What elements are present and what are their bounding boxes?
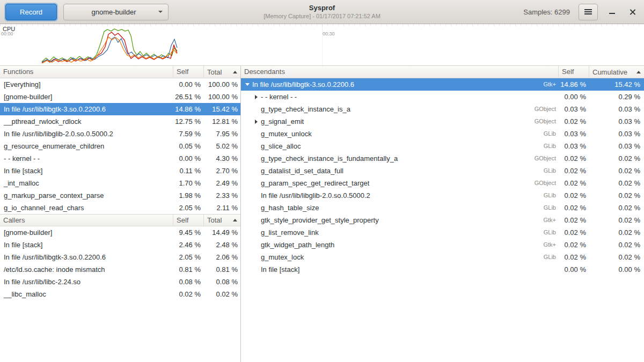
column-header-total[interactable]: Total (203, 66, 240, 78)
table-row[interactable]: g_resource_enumerate_children0.05 %5.02 … (0, 140, 240, 152)
self-percent: 0.00 % (558, 263, 589, 276)
self-percent: 0.08 % (173, 276, 203, 288)
expander-open-icon[interactable] (244, 83, 251, 86)
self-percent: 14.86 % (173, 103, 203, 115)
record-button[interactable]: Record (5, 4, 57, 20)
function-name: /etc/ld.so.cache: inode mismatch (0, 263, 173, 276)
tree-row[interactable]: g_signal_emitGObject0.02 %0.03 % (241, 115, 644, 128)
category-label: GLib (488, 165, 558, 177)
sort-ascending-icon (636, 71, 641, 73)
close-button[interactable] (626, 5, 639, 18)
descendants-table-header: Descendants Self Cumulative (241, 66, 644, 78)
table-row[interactable]: __pthread_rwlock_rdlock12.75 %12.81 % (0, 115, 240, 128)
table-row[interactable]: __libc_malloc0.02 %0.02 % (0, 288, 240, 300)
function-name: In file [stack] (0, 239, 173, 251)
self-percent: 0.03 % (558, 128, 589, 140)
functions-table-header: Functions Self Total (0, 66, 240, 78)
descendant-name-cell: - - kernel - - (241, 91, 488, 103)
tree-row[interactable]: In file /usr/lib/libgtk-3.so.0.2200.6Gtk… (241, 78, 644, 91)
tree-row[interactable]: In file /usr/lib/libglib-2.0.so.0.5000.2… (241, 189, 644, 202)
total-percent: 2.49 % (203, 177, 240, 189)
column-header-cumulative[interactable]: Cumulative (589, 66, 644, 78)
column-header-self[interactable]: Self (558, 66, 589, 78)
table-row[interactable]: In file [stack]0.11 %2.70 % (0, 165, 240, 177)
table-row[interactable]: In file /usr/lib/libgtk-3.so.0.2200.614.… (0, 103, 240, 115)
menu-button[interactable] (579, 4, 598, 20)
column-header-callers[interactable]: Callers (0, 215, 173, 226)
column-header-functions[interactable]: Functions (0, 66, 173, 78)
tree-row[interactable]: g_param_spec_get_redirect_targetGObject0… (241, 177, 644, 189)
table-row[interactable]: In file [stack]2.46 %2.48 % (0, 239, 240, 251)
column-header-descendants[interactable]: Descendants (241, 66, 558, 78)
function-name: __pthread_rwlock_rdlock (0, 115, 173, 128)
tree-row[interactable]: g_list_remove_linkGLib0.02 %0.02 % (241, 226, 644, 239)
total-percent: 7.95 % (203, 128, 240, 140)
sysprof-window: Record gnome-builder Sysprof [Memory Cap… (0, 0, 644, 362)
cpu-line-orange (42, 37, 177, 63)
total-percent: 2.70 % (203, 165, 240, 177)
total-percent: 15.42 % (203, 103, 240, 115)
descendant-name: g_type_check_instance_is_fundamentally_a (261, 152, 398, 165)
self-percent: 0.05 % (173, 140, 203, 152)
tree-row[interactable]: g_mutex_lockGLib0.02 %0.02 % (241, 251, 644, 263)
self-percent: 7.59 % (173, 128, 203, 140)
table-row[interactable]: - - kernel - -0.00 %4.30 % (0, 152, 240, 165)
cpu-graph[interactable]: CPU 00:00 00:30 (0, 24, 644, 65)
cumulative-percent: 0.03 % (589, 140, 644, 152)
self-percent: 0.02 % (558, 152, 589, 165)
cumulative-percent: 0.02 % (589, 226, 644, 239)
self-percent: 14.86 % (558, 78, 589, 91)
category-label: Gtk+ (488, 214, 558, 226)
table-row[interactable]: g_markup_parse_context_parse1.98 %2.33 % (0, 189, 240, 202)
table-row[interactable]: [gnome-builder]26.51 %100.00 % (0, 91, 240, 103)
descendant-name-cell: gtk_style_provider_get_style_property (241, 214, 488, 226)
table-row[interactable]: In file /usr/lib/libc-2.24.so0.08 %0.08 … (0, 276, 240, 288)
tree-row[interactable]: g_type_check_instance_is_aGObject0.03 %0… (241, 103, 644, 115)
window-title: Sysprof (264, 4, 380, 12)
self-percent: 0.81 % (173, 263, 203, 276)
table-row[interactable]: /etc/ld.so.cache: inode mismatch0.81 %0.… (0, 263, 240, 276)
table-row[interactable]: g_io_channel_read_chars2.05 %2.11 % (0, 202, 240, 214)
self-percent: 0.02 % (558, 251, 589, 263)
self-percent: 0.02 % (558, 202, 589, 214)
column-header-total[interactable]: Total (203, 215, 240, 226)
table-row[interactable]: In file /usr/lib/libglib-2.0.so.0.5000.2… (0, 128, 240, 140)
tree-row[interactable]: g_datalist_id_set_data_fullGLib0.02 %0.0… (241, 165, 644, 177)
table-row[interactable]: [Everything]0.00 %100.00 % (0, 78, 240, 91)
tree-row[interactable]: - - kernel - -0.00 %0.29 % (241, 91, 644, 103)
tree-row[interactable]: g_hash_table_sizeGLib0.02 %0.02 % (241, 202, 644, 214)
self-percent: 0.00 % (558, 91, 589, 103)
column-header-total-label: Total (207, 67, 222, 78)
category-label: GLib (488, 189, 558, 202)
process-selector-dropdown[interactable]: gnome-builder (63, 4, 169, 20)
table-row[interactable]: In file /usr/lib/libgtk-3.so.0.2200.62.0… (0, 251, 240, 263)
header-right: Samples: 6299 (523, 4, 639, 20)
tree-row[interactable]: g_type_check_instance_is_fundamentally_a… (241, 152, 644, 165)
self-percent: 0.00 % (173, 152, 203, 165)
column-header-self[interactable]: Self (173, 66, 203, 78)
cumulative-percent: 0.29 % (589, 91, 644, 103)
table-row[interactable]: _int_malloc1.70 %2.49 % (0, 177, 240, 189)
table-row[interactable]: [gnome-builder]9.45 %14.49 % (0, 226, 240, 239)
column-header-self[interactable]: Self (173, 215, 203, 226)
self-percent: 0.02 % (558, 165, 589, 177)
descendant-name-cell: In file /usr/lib/libgtk-3.so.0.2200.6 (241, 78, 488, 91)
cumulative-percent: 0.02 % (589, 165, 644, 177)
function-name: _int_malloc (0, 177, 173, 189)
cumulative-percent: 0.03 % (589, 128, 644, 140)
column-header-cumulative-label: Cumulative (592, 67, 627, 78)
tree-row[interactable]: g_mutex_unlockGLib0.03 %0.03 % (241, 128, 644, 140)
minimize-button[interactable] (605, 5, 618, 18)
tree-row[interactable]: gtk_style_provider_get_style_propertyGtk… (241, 214, 644, 226)
function-name: __libc_malloc (0, 288, 173, 300)
descendant-name: In file /usr/lib/libgtk-3.so.0.2200.6 (252, 78, 354, 91)
function-name: g_io_channel_read_chars (0, 202, 173, 214)
tree-row[interactable]: gtk_widget_path_lengthGtk+0.02 %0.02 % (241, 239, 644, 251)
tree-row[interactable]: g_slice_allocGLib0.03 %0.03 % (241, 140, 644, 152)
expander-closed-icon[interactable] (252, 120, 260, 124)
descendant-name: gtk_style_provider_get_style_property (261, 214, 379, 226)
category-label: Gtk+ (488, 239, 558, 251)
expander-closed-icon[interactable] (252, 95, 260, 99)
tree-row[interactable]: In file [stack]0.00 %0.00 % (241, 263, 644, 276)
total-percent: 100.00 % (203, 91, 240, 103)
